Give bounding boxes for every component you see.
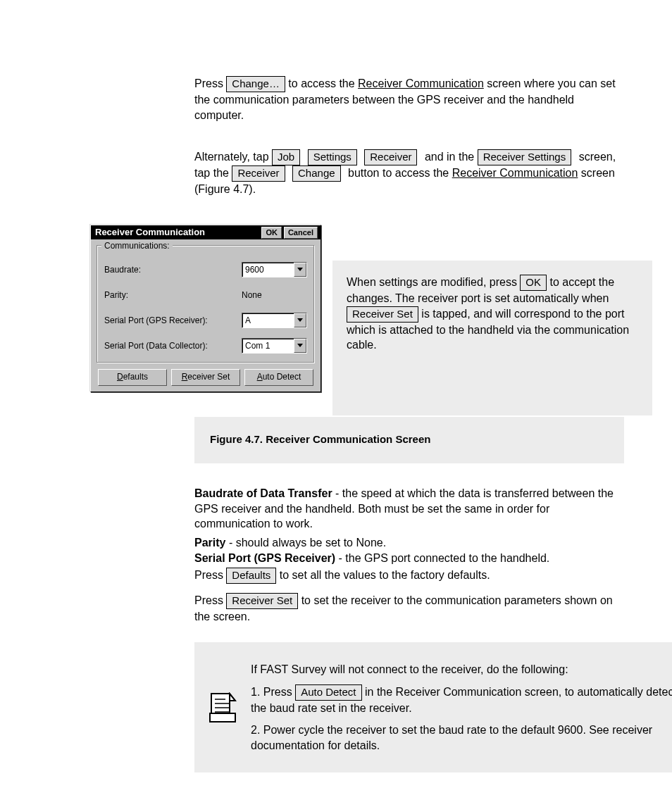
note-intro: If FAST Survey will not connect to the r… [251, 662, 672, 677]
text: Press [194, 594, 226, 606]
text: Press [194, 569, 226, 581]
paragraph-alt: Alternately, tap Job Settings Receiver a… [194, 149, 624, 204]
text: Press [194, 77, 226, 89]
ok-button-ref[interactable]: OK [520, 275, 547, 291]
receiver-set-button-ref[interactable]: Receiver Set [226, 593, 298, 609]
dialog-button-row: Defaults Receiver Set Auto Detect [97, 369, 315, 386]
text: eceiver Set [187, 372, 230, 382]
text: R [182, 372, 188, 382]
list-number: 2. [251, 724, 263, 736]
defaults-button[interactable]: Defaults [98, 369, 167, 386]
auto-detect-button[interactable]: Auto Detect [244, 369, 313, 386]
dialog-body: Communications: Baudrate: 9600 Parity: N… [91, 239, 321, 392]
auto-detect-button-ref[interactable]: Auto Detect [295, 684, 361, 701]
baudrate-desc-label: Baudrate of Data Transfer [194, 487, 332, 499]
text: uto Detect [263, 372, 301, 382]
communications-legend: Communications: [101, 240, 173, 251]
desc-baudrate: Baudrate of Data Transfer - the speed at… [194, 486, 624, 539]
figure-caption-text: Figure 4.7. Receiver Communication Scree… [194, 417, 624, 446]
svg-marker-2 [297, 344, 303, 347]
list-number: 1. [251, 686, 263, 698]
receiver-set-ref[interactable]: Receiver Set [347, 306, 418, 323]
defaults-button-ref[interactable]: Defaults [226, 568, 276, 584]
defaults-line: Press Defaults to set all the values to … [194, 568, 624, 591]
row-parity: Parity: None [104, 285, 307, 305]
note-troubleshoot: If FAST Survey will not connect to the r… [194, 642, 672, 772]
link-receiver-communication-2[interactable]: Receiver Communication [452, 167, 578, 179]
row-baudrate: Baudrate: 9600 [104, 260, 307, 280]
text: and in the [425, 151, 478, 163]
receiver-communication-dialog: Receiver Communication OK Cancel Communi… [90, 225, 321, 392]
text: to access the [288, 77, 358, 89]
chevron-down-icon[interactable] [294, 339, 306, 353]
baudrate-combo[interactable]: 9600 [242, 262, 307, 277]
svg-rect-10 [210, 713, 235, 722]
serial-gps-combo[interactable]: A [242, 313, 307, 328]
breadcrumb-receiver-2[interactable]: Receiver [232, 165, 285, 182]
text: When settings are modified, press [347, 276, 520, 288]
text: efaults [123, 372, 148, 382]
row-serial-dc: Serial Port (Data Collector): Com 1 [104, 336, 307, 356]
dialog-ok-button[interactable]: OK [261, 227, 282, 239]
serial-desc-label: Serial Port (GPS Receiver) [194, 552, 335, 564]
page: Communication Settings Press Change… to … [0, 0, 672, 807]
communications-group: Communications: Baudrate: 9600 Parity: N… [97, 245, 315, 363]
text: Alternately, tap [194, 151, 272, 163]
parity-value: None [242, 289, 262, 301]
breadcrumb-job[interactable]: Job [272, 149, 300, 165]
svg-marker-0 [297, 268, 303, 271]
text: - the GPS port connected to the handheld… [339, 552, 550, 564]
chevron-down-icon[interactable] [294, 263, 306, 277]
chevron-down-icon[interactable] [294, 313, 306, 327]
text: Press [263, 686, 295, 698]
serial-dc-combo[interactable]: Com 1 [242, 338, 307, 354]
link-receiver-communication[interactable]: Receiver Communication [358, 77, 484, 89]
text: Power cycle the receiver to set the baud… [251, 724, 652, 751]
serial-dc-label: Serial Port (Data Collector): [104, 340, 242, 351]
parity-desc-label: Parity [194, 537, 225, 549]
paragraph-intro: Press Change… to access the Receiver Com… [194, 76, 624, 130]
text: to set all the values to the factory def… [280, 569, 490, 581]
baudrate-value: 9600 [242, 264, 294, 275]
breadcrumb-settings[interactable]: Settings [308, 149, 357, 165]
row-serial-gps: Serial Port (GPS Receiver): A [104, 311, 307, 330]
breadcrumb-receiver-settings[interactable]: Receiver Settings [478, 149, 572, 165]
receiver-set-line: Press Receiver Set to set the receiver t… [194, 593, 624, 632]
note-settings-modified: When settings are modified, press OK to … [332, 261, 652, 415]
note-icon [209, 692, 237, 723]
dialog-titlebar: Receiver Communication OK Cancel [91, 225, 321, 239]
baudrate-label: Baudrate: [104, 264, 242, 275]
parity-label: Parity: [104, 289, 242, 301]
serial-gps-label: Serial Port (GPS Receiver): [104, 315, 242, 326]
receiver-set-button[interactable]: Receiver Set [171, 369, 240, 386]
text: D [117, 372, 123, 382]
breadcrumb-receiver[interactable]: Receiver [364, 149, 417, 165]
serial-gps-value: A [242, 315, 294, 326]
breadcrumb-change[interactable]: Change [292, 165, 341, 182]
serial-dc-value: Com 1 [242, 340, 294, 351]
dialog-title: Receiver Communication [94, 226, 259, 239]
text: - should always be set to None. [229, 537, 386, 549]
dialog-cancel-button[interactable]: Cancel [284, 227, 318, 239]
change-button[interactable]: Change… [226, 76, 285, 92]
text: A [257, 372, 263, 382]
svg-marker-1 [297, 318, 303, 322]
text: button to access the [348, 167, 452, 179]
caption-band: Figure 4.7. Receiver Communication Scree… [194, 417, 624, 463]
